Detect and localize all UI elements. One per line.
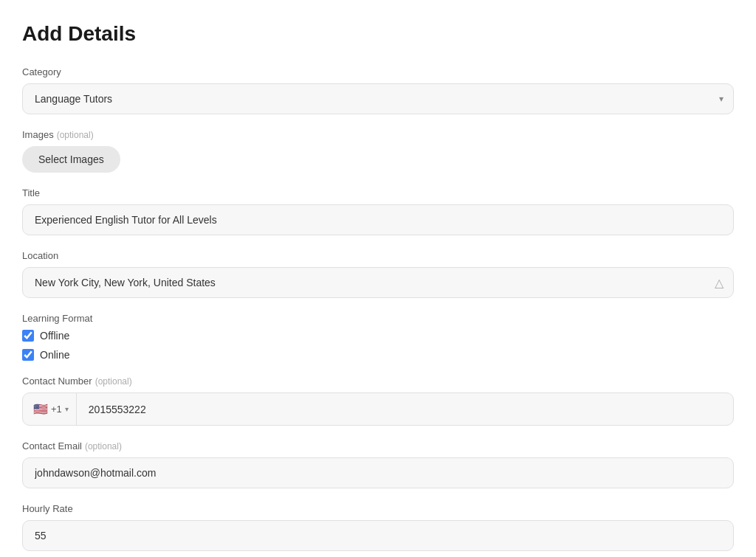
online-checkbox-item: Online xyxy=(22,349,734,361)
checkbox-group: Offline Online xyxy=(22,330,734,361)
online-checkbox[interactable] xyxy=(22,349,34,361)
category-section: Category Language Tutors Math Tutors Sci… xyxy=(22,66,734,114)
title-input[interactable] xyxy=(22,204,734,235)
contact-number-label: Contact Number(optional) xyxy=(22,376,734,387)
contact-email-section: Contact Email(optional) xyxy=(22,440,734,488)
hourly-rate-label: Hourly Rate xyxy=(22,503,734,514)
contact-email-input[interactable] xyxy=(22,457,734,488)
images-label: Images(optional) xyxy=(22,129,734,140)
phone-number-input[interactable] xyxy=(77,395,733,424)
page-title: Add Details xyxy=(22,22,734,46)
location-wrapper: △ xyxy=(22,267,734,298)
offline-label: Offline xyxy=(40,330,69,342)
location-input[interactable] xyxy=(22,267,734,298)
contact-number-section: Contact Number(optional) 🇺🇸 +1 ▾ xyxy=(22,376,734,426)
phone-wrapper: 🇺🇸 +1 ▾ xyxy=(22,392,734,426)
contact-email-label: Contact Email(optional) xyxy=(22,440,734,452)
flag-icon: 🇺🇸 xyxy=(33,402,48,416)
title-label: Title xyxy=(22,187,734,198)
category-label: Category xyxy=(22,66,734,77)
category-select[interactable]: Language Tutors Math Tutors Science Tuto… xyxy=(22,83,734,114)
location-triangle-icon: △ xyxy=(715,276,724,290)
offline-checkbox[interactable] xyxy=(22,330,34,342)
phone-country-code: +1 xyxy=(51,404,62,415)
learning-format-section: Learning Format Offline Online xyxy=(22,313,734,361)
images-section: Images(optional) Select Images xyxy=(22,129,734,173)
online-label: Online xyxy=(40,349,69,361)
offline-checkbox-item: Offline xyxy=(22,330,734,342)
title-section: Title xyxy=(22,187,734,235)
location-label: Location xyxy=(22,250,734,261)
category-select-wrapper: Language Tutors Math Tutors Science Tuto… xyxy=(22,83,734,114)
phone-chevron-icon: ▾ xyxy=(65,405,69,413)
select-images-button[interactable]: Select Images xyxy=(22,146,120,173)
phone-country-selector[interactable]: 🇺🇸 +1 ▾ xyxy=(23,393,77,425)
hourly-rate-input[interactable] xyxy=(22,520,734,551)
learning-format-label: Learning Format xyxy=(22,313,734,324)
hourly-rate-section: Hourly Rate xyxy=(22,503,734,551)
location-section: Location △ xyxy=(22,250,734,298)
